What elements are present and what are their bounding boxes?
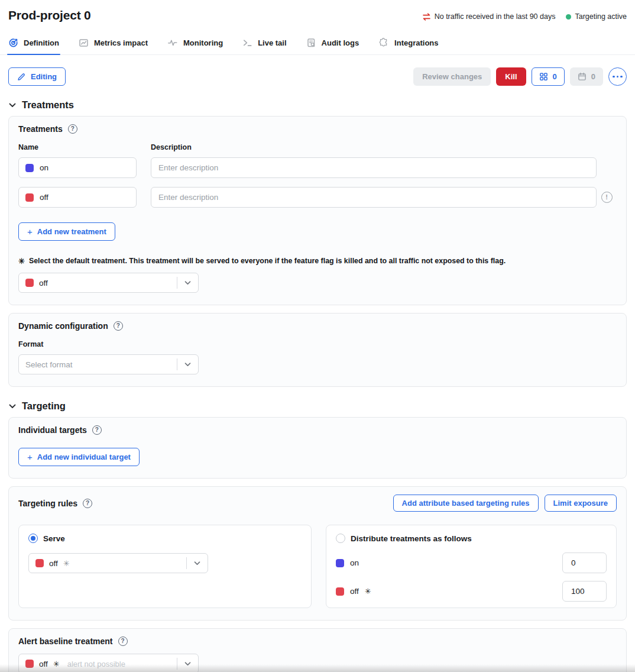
- traffic-status: No traffic received in the last 90 days: [422, 12, 556, 21]
- treatments-card-title: Treatments: [18, 124, 63, 134]
- pencil-icon: [17, 72, 26, 81]
- format-select[interactable]: Select format: [18, 354, 199, 374]
- status-group: No traffic received in the last 90 days …: [422, 12, 627, 21]
- toolbar-right-group: Review changes Kill 0 0: [413, 67, 627, 86]
- percentage-input[interactable]: [562, 553, 607, 573]
- percentage-input[interactable]: [562, 581, 607, 602]
- versions-button[interactable]: 0: [532, 67, 565, 86]
- treatments-card: Treatments ? Name Description on off ! +…: [8, 116, 627, 305]
- default-treatment-note: ✳ Select the default treatment. This tre…: [18, 257, 617, 265]
- limit-exposure-label: Limit exposure: [553, 499, 608, 508]
- distribute-label: Distribute treatments as follows: [351, 534, 472, 543]
- help-icon[interactable]: ?: [118, 637, 128, 646]
- serve-label: Serve: [43, 534, 65, 543]
- treatment-color-swatch: [25, 660, 34, 668]
- review-changes-button[interactable]: Review changes: [413, 67, 491, 86]
- distribute-row: on: [336, 553, 607, 573]
- help-icon[interactable]: ?: [92, 425, 102, 435]
- alert-baseline-select[interactable]: off ✳ alert not possible: [18, 654, 199, 672]
- default-note-text: Select the default treatment. This treat…: [29, 257, 506, 265]
- alert-baseline-hint: alert not possible: [67, 660, 125, 668]
- schedule-button[interactable]: 0: [570, 67, 603, 86]
- tab-label: Integrations: [394, 38, 438, 47]
- limit-exposure-button[interactable]: Limit exposure: [545, 495, 617, 512]
- page-title: Prod-project 0: [8, 8, 91, 22]
- treatment-description-input[interactable]: [151, 157, 597, 178]
- treatment-description-input[interactable]: [151, 187, 597, 208]
- warning-icon[interactable]: !: [601, 192, 613, 203]
- serve-panel: Serve off ✳: [18, 525, 312, 608]
- tab-integrations[interactable]: Integrations: [378, 37, 438, 54]
- default-treatment-value: off: [39, 279, 48, 287]
- treatment-color-swatch: [25, 164, 34, 172]
- default-marker-icon: ✳: [53, 660, 60, 668]
- treatments-section-title: Treatments: [22, 99, 74, 111]
- treatment-row: on: [18, 157, 617, 178]
- editing-button[interactable]: Editing: [8, 67, 66, 86]
- serve-radio-row[interactable]: Serve: [28, 534, 302, 543]
- line-chart-icon: [79, 38, 89, 48]
- distribute-treatment-name: off: [350, 587, 359, 596]
- add-attribute-rules-label: Add attribute based targeting rules: [402, 499, 530, 508]
- dynamic-configuration-title: Dynamic configuration: [18, 321, 108, 331]
- targeting-section-title: Targeting: [22, 400, 66, 412]
- add-attribute-rules-button[interactable]: Add attribute based targeting rules: [393, 495, 539, 512]
- tab-definition[interactable]: Definition: [8, 37, 59, 54]
- versions-count: 0: [553, 72, 557, 81]
- tab-label: Definition: [24, 38, 59, 47]
- targeting-rules-title: Targeting rules: [18, 499, 77, 508]
- serve-treatment-select[interactable]: off ✳: [28, 553, 208, 573]
- format-placeholder: Select format: [25, 360, 73, 369]
- tab-metrics-impact[interactable]: Metrics impact: [79, 37, 148, 54]
- treatment-name: off: [40, 193, 48, 202]
- status-dot-icon: [566, 14, 571, 20]
- treatment-row: off !: [18, 187, 617, 208]
- default-marker-icon: ✳: [63, 560, 70, 567]
- chevron-down-icon: [177, 361, 198, 369]
- treatments-column-headers: Name Description: [18, 143, 617, 151]
- default-treatment-select[interactable]: off: [18, 273, 199, 293]
- treatment-name-field[interactable]: off: [18, 187, 137, 208]
- puzzle-icon: [378, 37, 389, 48]
- serve-radio[interactable]: [28, 534, 38, 543]
- tab-live-tail[interactable]: Live tail: [242, 37, 286, 54]
- targeting-section-header[interactable]: Targeting: [8, 400, 627, 412]
- add-new-treatment-button[interactable]: + Add new treatment: [18, 222, 115, 241]
- schedule-count: 0: [591, 72, 595, 81]
- treatments-section-header[interactable]: Treatments: [8, 99, 627, 111]
- default-marker-icon: ✳: [18, 257, 25, 265]
- targeting-rules-card: Targeting rules ? Add attribute based ta…: [8, 486, 627, 621]
- ellipsis-icon: [613, 76, 615, 78]
- kill-button[interactable]: Kill: [496, 67, 526, 86]
- tab-audit-logs[interactable]: Audit logs: [306, 37, 359, 54]
- tab-label: Audit logs: [322, 38, 359, 47]
- chevron-down-icon: [177, 279, 198, 287]
- more-options-button[interactable]: [608, 67, 627, 86]
- targeting-status-label: Targeting active: [575, 12, 627, 21]
- grid-icon: [539, 72, 548, 81]
- plus-icon: +: [27, 452, 33, 462]
- treatment-color-swatch: [25, 279, 34, 287]
- treatment-name-field[interactable]: on: [18, 157, 137, 178]
- distribute-radio[interactable]: [336, 534, 345, 543]
- distribute-treatment-name: on: [350, 558, 359, 567]
- treatment-color-swatch: [35, 559, 44, 567]
- help-icon[interactable]: ?: [83, 499, 92, 508]
- chevron-down-icon: [177, 660, 198, 668]
- editing-label: Editing: [31, 72, 57, 81]
- help-icon[interactable]: ?: [68, 124, 77, 134]
- tab-monitoring[interactable]: Monitoring: [167, 37, 223, 54]
- default-marker-icon: ✳: [365, 587, 371, 595]
- add-individual-target-label: Add new individual target: [37, 453, 131, 461]
- top-bar: Prod-project 0 No traffic received in th…: [0, 0, 635, 22]
- serve-treatment-value: off: [49, 559, 58, 568]
- distribute-panel: Distribute treatments as follows on off …: [326, 525, 617, 608]
- tab-bar: Definition Metrics impact Monitoring Liv…: [0, 37, 635, 55]
- add-individual-target-button[interactable]: + Add new individual target: [18, 448, 140, 466]
- chevron-down-icon: [8, 402, 17, 411]
- calendar-icon: [578, 72, 587, 81]
- distribute-radio-row[interactable]: Distribute treatments as follows: [336, 534, 607, 543]
- terminal-icon: [242, 38, 252, 48]
- plus-icon: +: [27, 227, 33, 237]
- help-icon[interactable]: ?: [114, 321, 123, 331]
